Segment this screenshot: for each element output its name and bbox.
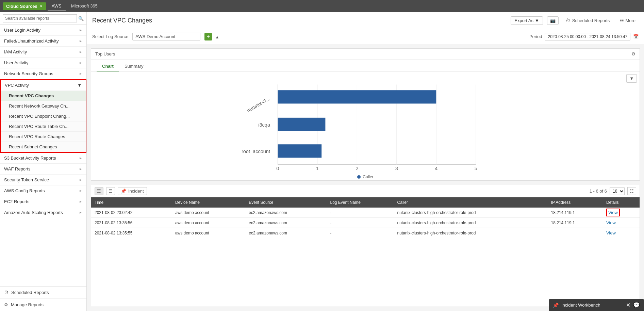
sidebar-item-amazon-auto-scaling[interactable]: Amazon Auto Scaling Reports ► [0,207,86,218]
view-link[interactable]: View [606,220,616,225]
add-log-source-button[interactable]: + [204,33,212,40]
chart-tab-summary[interactable]: Summary [119,62,149,71]
view-link[interactable]: View [606,209,620,216]
cell-0: 2021-08-02 23:02:42 [91,208,172,218]
cell-1: aws demo account [172,208,245,218]
grid-icon: ☷ [620,18,624,23]
chevron-right-icon: ► [79,189,82,193]
chevron-right-icon: ► [79,50,82,54]
export-as-button[interactable]: Export As ▼ [511,16,543,25]
legend-label: Caller [363,175,373,179]
microsoft365-tab[interactable]: Microsoft 365 [67,1,102,11]
sidebar-item-iam-activity[interactable]: IAM Activity ► [0,47,86,58]
search-icon[interactable]: 🔍 [78,16,84,21]
sidebar-item-security-token-service[interactable]: Security Token Service ► [0,175,86,185]
col-ip-address[interactable]: IP Address [548,197,603,208]
cell-5 [548,228,603,238]
period-value: 2020-08-25 00:00:00 - 2021-08-24 13:50:4… [545,33,630,40]
gear-icon: ⚙ [4,302,8,307]
table-toolbar-left: ☷ ☰ 📌 Incident [95,187,147,195]
cell-3: - [327,228,394,238]
sidebar-item-waf-reports[interactable]: WAF Reports ► [0,164,86,175]
sidebar-item-failed-unauthorized[interactable]: Failed/Unauthorized Activity ► [0,36,86,47]
sidebar-item-s3-bucket[interactable]: S3 Bucket Activity Reports ► [0,153,86,164]
sidebar-sub-recent-network-gateway[interactable]: Recent Network Gateway Ch... [1,101,86,111]
chart-tabs: Chart Summary [91,60,640,71]
grid-view-button[interactable]: ☷ [95,187,103,195]
svg-rect-19 [278,118,325,131]
dropdown-arrow-icon: ▼ [39,4,43,8]
sidebar-footer-scheduled-reports[interactable]: ⏱ Scheduled Reports [0,287,86,299]
col-event-source[interactable]: Event Source [245,197,327,208]
svg-text:2: 2 [356,166,358,171]
column-toggle-button[interactable]: ☷ [627,187,636,195]
workbench-label: Incident Workbench [561,302,623,308]
cell-1: aws demo account [172,228,245,238]
sidebar-item-network-security-groups[interactable]: Network Security Groups ► [0,68,86,79]
chevron-down-icon: ▼ [77,83,82,88]
aws-tab[interactable]: AWS [48,1,66,11]
chart-collapse-button[interactable]: ▼ [626,74,637,83]
dropdown-arrow-icon: ▼ [535,18,539,23]
svg-text:root_account: root_account [242,149,270,154]
cell-details: View [603,228,640,238]
log-source-input[interactable] [135,34,197,39]
chart-body: ▼ nutanix-cl... i3cqa root_account 0 1 [91,71,640,180]
incident-button[interactable]: 📌 Incident [118,187,147,195]
sidebar-item-ec2-reports[interactable]: EC2 Reports ► [0,196,86,207]
settings-icon[interactable]: ⚙ [631,51,635,56]
view-link[interactable]: View [606,230,616,235]
workbench-icon: 📌 [553,302,559,308]
col-caller[interactable]: Caller [394,197,548,208]
workbench-chat-button[interactable]: 💬 [633,302,640,308]
chevron-right-icon: ► [79,72,82,76]
svg-text:0: 0 [276,166,279,171]
sidebar-sub-recent-vpc-route-changes[interactable]: Recent VPC Route Changes [1,132,86,142]
sidebar-sub-recent-vpc-changes[interactable]: Recent VPC Changes [1,91,86,101]
svg-rect-20 [278,144,321,158]
scheduled-reports-button[interactable]: ⏱ Scheduled Reports [563,16,613,25]
list-view-button[interactable]: ☰ [106,187,115,195]
table-row: 2021-08-02 23:02:42aws demo accountec2.a… [91,208,640,218]
sidebar-item-user-login-activity[interactable]: User Login Activity ► [0,25,86,36]
cloud-sources-button[interactable]: Cloud Sources ▼ [3,2,46,10]
sidebar-item-aws-config-reports[interactable]: AWS Config Reports ► [0,185,86,196]
table-row: 2021-08-02 13:35:56aws demo accountec2.a… [91,218,640,228]
content-area: Recent VPC Changes Export As ▼ 📷 ⏱ Sched… [87,12,644,311]
sidebar-item-user-activity[interactable]: User Activity ► [0,58,86,68]
data-table: Time Device Name Event Source Log Event … [91,197,640,238]
more-button[interactable]: ☷ More [617,16,639,25]
pagination-info: 1 - 6 of 6 [590,189,607,194]
workbench-close-button[interactable]: ✕ [626,302,630,308]
chart-section: Top Users ⚙ Chart Summary ▼ nutanix-cl..… [91,48,640,181]
search-input[interactable] [3,14,77,22]
export-icon-button[interactable]: 📷 [547,16,559,25]
svg-text:5: 5 [475,166,477,171]
sidebar-sub-recent-vpc-route-table[interactable]: Recent VPC Route Table Ch... [1,121,86,132]
incident-icon: 📌 [121,189,126,194]
filter-icon[interactable]: ▴ [216,34,218,39]
sidebar-footer-manage-reports[interactable]: ⚙ Manage Reports [0,299,86,311]
chevron-right-icon: ► [79,28,82,32]
table-header-row: Time Device Name Event Source Log Event … [91,197,640,208]
chevron-right-icon: ► [79,211,82,214]
sidebar-item-vpc-activity[interactable]: VPC Activity ▼ [1,80,86,91]
sidebar-sub-recent-vpc-endpoint[interactable]: Recent VPC Endpoint Chang... [1,111,86,121]
main-layout: 🔍 User Login Activity ► Failed/Unauthori… [0,12,644,311]
cell-2: ec2.amazonaws.com [245,218,327,228]
chevron-right-icon: ► [79,200,82,203]
calendar-icon[interactable]: 📅 [633,34,639,39]
col-time[interactable]: Time [91,197,172,208]
col-device-name[interactable]: Device Name [172,197,245,208]
chart-tab-chart[interactable]: Chart [97,62,119,71]
chevron-right-icon: ► [79,167,82,171]
sidebar-group-vpc-activity: VPC Activity ▼ Recent VPC Changes Recent… [0,79,86,153]
col-details[interactable]: Details [603,197,640,208]
cell-details: View [603,218,640,228]
cell-0: 2021-08-02 13:35:55 [91,228,172,238]
header-actions: Export As ▼ 📷 ⏱ Scheduled Reports ☷ More [511,16,639,25]
sidebar-sub-recent-subnet-changes[interactable]: Recent Subnet Changes [1,142,86,152]
cell-2: ec2.amazonaws.com [245,228,327,238]
rows-per-page-select[interactable]: 10 25 50 [610,187,625,195]
col-log-event-name[interactable]: Log Event Name [327,197,394,208]
